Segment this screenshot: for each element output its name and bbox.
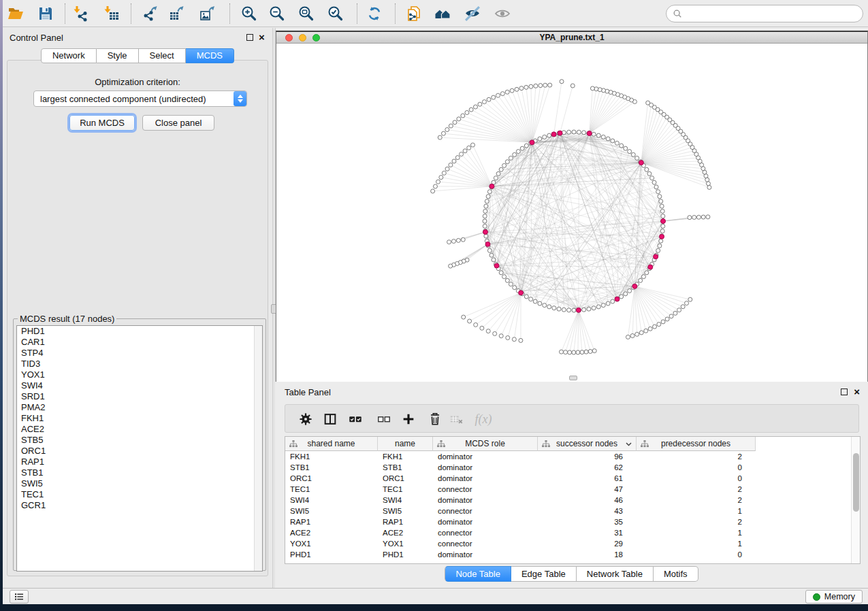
- network-node[interactable]: [468, 319, 472, 323]
- network-node[interactable]: [482, 100, 486, 104]
- network-node[interactable]: [615, 297, 620, 301]
- network-node[interactable]: [635, 156, 639, 160]
- network-node[interactable]: [455, 156, 460, 160]
- network-node[interactable]: [641, 275, 645, 279]
- open-file-button[interactable]: [5, 3, 27, 24]
- network-node[interactable]: [436, 180, 440, 184]
- network-node[interactable]: [483, 229, 487, 234]
- network-node[interactable]: [615, 141, 619, 145]
- network-node[interactable]: [660, 204, 664, 208]
- mcds-list-scrollbar[interactable]: [254, 326, 262, 571]
- network-node[interactable]: [584, 350, 588, 354]
- network-node[interactable]: [707, 185, 711, 189]
- network-node[interactable]: [512, 337, 516, 342]
- network-node[interactable]: [576, 350, 580, 354]
- network-node[interactable]: [533, 299, 537, 303]
- network-node[interactable]: [639, 161, 643, 165]
- network-node[interactable]: [493, 331, 497, 335]
- network-node[interactable]: [519, 86, 524, 90]
- list-item[interactable]: SWI4: [17, 380, 262, 391]
- tab-network[interactable]: Network: [41, 48, 97, 63]
- network-node[interactable]: [620, 144, 624, 148]
- table-row[interactable]: YOX1YOX1connector291: [285, 538, 860, 549]
- function-builder-button[interactable]: f(x): [473, 409, 494, 429]
- network-node[interactable]: [557, 307, 561, 311]
- network-node[interactable]: [496, 93, 500, 97]
- network-node[interactable]: [480, 326, 484, 330]
- network-node[interactable]: [624, 292, 628, 296]
- network-node[interactable]: [457, 117, 461, 121]
- network-node[interactable]: [486, 329, 490, 333]
- network-node[interactable]: [654, 254, 658, 259]
- zoom-fit-button[interactable]: [295, 3, 317, 24]
- import-network-button[interactable]: [70, 3, 92, 24]
- list-item[interactable]: SRD1: [17, 391, 262, 402]
- network-node[interactable]: [496, 171, 500, 176]
- network-node[interactable]: [451, 240, 455, 244]
- network-node[interactable]: [567, 308, 571, 312]
- float-panel-icon[interactable]: [841, 389, 848, 395]
- network-node[interactable]: [505, 160, 509, 164]
- table-row[interactable]: FKH1FKH1dominator962: [285, 451, 860, 462]
- network-node[interactable]: [647, 171, 652, 176]
- network-node[interactable]: [677, 308, 681, 312]
- network-node[interactable]: [660, 234, 664, 239]
- network-node[interactable]: [596, 133, 600, 137]
- network-node[interactable]: [696, 215, 701, 219]
- network-node[interactable]: [510, 88, 514, 93]
- column-header-name[interactable]: name: [378, 437, 433, 451]
- run-mcds-button[interactable]: Run MCDS: [69, 115, 135, 131]
- network-node[interactable]: [551, 132, 556, 137]
- network-node[interactable]: [449, 264, 453, 268]
- tab-style[interactable]: Style: [97, 48, 139, 63]
- show-columns-button[interactable]: [320, 409, 340, 429]
- network-node[interactable]: [661, 320, 665, 324]
- network-node[interactable]: [515, 87, 519, 91]
- network-node[interactable]: [673, 311, 677, 315]
- network-node[interactable]: [452, 159, 456, 163]
- network-node[interactable]: [590, 86, 594, 90]
- zoom-out-button[interactable]: [266, 3, 288, 24]
- network-node[interactable]: [505, 278, 509, 282]
- network-node[interactable]: [483, 209, 487, 213]
- network-node[interactable]: [558, 131, 562, 135]
- memory-button[interactable]: Memory: [805, 590, 863, 604]
- network-node[interactable]: [658, 195, 662, 199]
- network-node[interactable]: [701, 215, 705, 219]
- list-item[interactable]: PMA2: [17, 402, 262, 413]
- network-node[interactable]: [485, 242, 490, 246]
- network-node[interactable]: [460, 152, 464, 156]
- network-node[interactable]: [639, 331, 643, 335]
- network-node[interactable]: [442, 171, 446, 175]
- network-node[interactable]: [645, 271, 649, 275]
- network-node[interactable]: [572, 308, 576, 312]
- network-node[interactable]: [524, 144, 528, 148]
- list-item[interactable]: ACE2: [17, 424, 262, 435]
- list-item[interactable]: TEC1: [17, 489, 262, 500]
- network-node[interactable]: [543, 303, 547, 308]
- network-node[interactable]: [502, 163, 507, 167]
- list-item[interactable]: RAP1: [17, 457, 262, 467]
- network-node[interactable]: [582, 308, 586, 312]
- scrollbar-thumb[interactable]: [853, 453, 859, 512]
- export-table-button[interactable]: [166, 3, 188, 24]
- network-node[interactable]: [692, 215, 696, 219]
- network-node[interactable]: [650, 176, 654, 180]
- network-node[interactable]: [494, 176, 498, 180]
- network-node[interactable]: [635, 332, 639, 336]
- network-node[interactable]: [582, 131, 586, 135]
- network-node[interactable]: [661, 219, 666, 224]
- network-node[interactable]: [439, 176, 443, 180]
- network-node[interactable]: [648, 327, 652, 331]
- network-node[interactable]: [516, 150, 520, 154]
- network-node[interactable]: [547, 133, 551, 137]
- table-row[interactable]: PHD1PHD1dominator180: [285, 549, 860, 560]
- network-node[interactable]: [601, 135, 605, 139]
- network-node[interactable]: [660, 229, 664, 233]
- network-node[interactable]: [483, 219, 487, 223]
- network-node[interactable]: [499, 334, 503, 338]
- network-node[interactable]: [520, 146, 524, 150]
- network-node[interactable]: [449, 124, 453, 128]
- network-node[interactable]: [611, 139, 615, 143]
- select-all-button[interactable]: [345, 409, 366, 429]
